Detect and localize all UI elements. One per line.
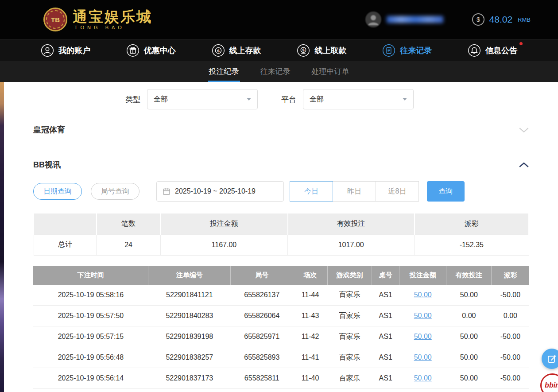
bet-amount-link[interactable]: 50.00 xyxy=(414,291,432,299)
cell: 2025-10-19 05:57:50 xyxy=(33,306,148,326)
cell: 50.00 xyxy=(399,285,446,306)
button-label: 日期查询 xyxy=(43,187,72,196)
summary-table: 笔数投注金额有效投注派彩 总计 24 1167.00 1017.00 -152.… xyxy=(33,213,529,256)
cell: 11-41 xyxy=(293,347,327,368)
bbin-logo: bbin xyxy=(545,381,558,389)
round-query-button[interactable]: 局号查询 xyxy=(91,183,140,200)
nav-item-records[interactable]: 往来记录 xyxy=(382,44,432,57)
tab-bet-records[interactable]: 投注纪录 xyxy=(208,61,240,82)
dashed-divider xyxy=(33,142,529,142)
cell: AS1 xyxy=(372,306,399,326)
cell: AS1 xyxy=(372,368,399,389)
user-info[interactable] xyxy=(365,12,443,27)
platform-select[interactable]: 全部 xyxy=(303,89,414,109)
site-logo[interactable]: TB 通宝娱乐城 TONG BAO xyxy=(43,8,152,31)
cell: 百家乐 xyxy=(327,306,372,326)
cell: 百家乐 xyxy=(327,326,372,347)
summary-payout: -152.35 xyxy=(415,234,529,255)
nav-item-promotions[interactable]: 优惠中心 xyxy=(126,44,176,57)
bet-amount-link[interactable]: 50.00 xyxy=(414,333,432,340)
cell: 522901838257 xyxy=(148,347,231,368)
cell: 522901840283 xyxy=(148,306,231,326)
cell: 百家乐 xyxy=(327,368,372,389)
summary-header-cell: 投注金额 xyxy=(160,213,287,234)
section-crown-sports[interactable]: 皇冠体育 xyxy=(33,121,529,138)
cell: 522901837173 xyxy=(148,368,231,389)
cell: 655826137 xyxy=(231,285,293,306)
search-button[interactable]: 查询 xyxy=(427,181,465,202)
detail-header-cell: 游戏类别 xyxy=(327,266,372,285)
cell: -50.00 xyxy=(492,368,529,389)
balance[interactable]: $ 48.02 RMB xyxy=(472,13,531,26)
chevron-down-icon xyxy=(403,98,407,101)
cell: 655825811 xyxy=(231,368,293,389)
cell: 50.00 xyxy=(446,326,492,347)
last-8-days-button[interactable]: 近8日 xyxy=(376,181,419,202)
tab-transaction-records[interactable]: 往来记录 xyxy=(260,61,291,82)
detail-header-cell: 注单编号 xyxy=(148,266,231,285)
nav-label: 往来记录 xyxy=(400,45,432,56)
bell-icon xyxy=(468,44,481,57)
calendar-icon xyxy=(163,187,170,195)
type-select[interactable]: 全部 xyxy=(147,89,258,109)
summary-header-cell: 有效投注 xyxy=(288,213,415,234)
bet-amount-link[interactable]: 50.00 xyxy=(414,353,432,361)
cell: -50.00 xyxy=(492,326,529,347)
summary-header-row: 笔数投注金额有效投注派彩 xyxy=(34,213,529,234)
date-query-button[interactable]: 日期查询 xyxy=(33,183,82,200)
date-range-input[interactable]: 2025-10-19 ~ 2025-10-19 xyxy=(156,181,284,202)
button-label: 昨日 xyxy=(347,187,361,196)
platform-select-value: 全部 xyxy=(310,95,324,104)
type-select-value: 全部 xyxy=(154,95,168,104)
cell xyxy=(492,389,529,392)
chip-label: TB xyxy=(51,16,60,23)
cell: 50.00 xyxy=(446,285,492,306)
casino-chip-icon: TB xyxy=(43,8,67,31)
date-range-value: 2025-10-19 ~ 2025-10-19 xyxy=(175,187,256,195)
svg-text:$: $ xyxy=(302,48,305,52)
notification-badge xyxy=(519,42,523,45)
section-title: 皇冠体育 xyxy=(33,124,65,135)
today-button[interactable]: 今日 xyxy=(290,181,333,202)
yesterday-button[interactable]: 昨日 xyxy=(333,181,376,202)
detail-header-cell: 派彩 xyxy=(492,266,529,285)
platform-filter-label: 平台 xyxy=(281,94,296,105)
avatar xyxy=(365,12,381,27)
cell: 0.00 xyxy=(492,306,529,326)
button-label: 查询 xyxy=(439,187,453,196)
button-label: 近8日 xyxy=(388,187,407,196)
detail-header-cell: 场次 xyxy=(293,266,327,285)
cell: 11-43 xyxy=(293,306,327,326)
detail-table-header-row: 下注时间注单编号局号场次游戏类别桌号投注金额有效投注派彩 xyxy=(33,266,529,285)
summary-valid-bet: 1017.00 xyxy=(288,234,415,255)
cell: 50.00 xyxy=(446,347,492,368)
bet-amount-link[interactable]: 50.00 xyxy=(414,374,432,382)
chevron-down-icon[interactable] xyxy=(519,127,529,133)
cell: 百家乐 xyxy=(327,347,372,368)
main-content: 类型 全部 平台 全部 皇冠体育 BB视讯 日期查询 局号查询 xyxy=(0,89,558,392)
nav-item-announcements[interactable]: 信息公告 xyxy=(468,44,517,57)
summary-header-cell: 笔数 xyxy=(97,213,160,234)
cell xyxy=(293,389,327,392)
svg-text:$: $ xyxy=(477,16,480,23)
section-bb-video[interactable]: BB视讯 xyxy=(33,156,529,173)
nav-item-my-account[interactable]: 我的账户 xyxy=(41,44,90,57)
nav-item-deposit[interactable]: $ 线上存款 xyxy=(212,44,261,57)
nav-item-withdraw[interactable]: $ 线上取款 xyxy=(297,44,346,57)
detail-header-cell: 局号 xyxy=(231,266,293,285)
nav-label: 我的账户 xyxy=(58,45,90,56)
records-icon xyxy=(382,44,395,57)
cell: 0.00 xyxy=(446,306,492,326)
chevron-up-icon[interactable] xyxy=(519,162,529,168)
cell xyxy=(231,389,293,392)
tab-pending-orders[interactable]: 处理中订单 xyxy=(311,61,350,82)
cell: 百家乐 xyxy=(327,285,372,306)
cell: 50.00 xyxy=(399,306,446,326)
table-row: 2025-10-19 05:57:50522901840283655826064… xyxy=(33,306,529,326)
section-title: BB视讯 xyxy=(33,159,61,170)
cell: 522901839198 xyxy=(148,326,231,347)
bet-amount-link[interactable]: 50.00 xyxy=(414,312,432,319)
filter-row: 类型 全部 平台 全部 xyxy=(33,89,529,110)
cell: 11-42 xyxy=(293,326,327,347)
cell: 655826064 xyxy=(231,306,293,326)
